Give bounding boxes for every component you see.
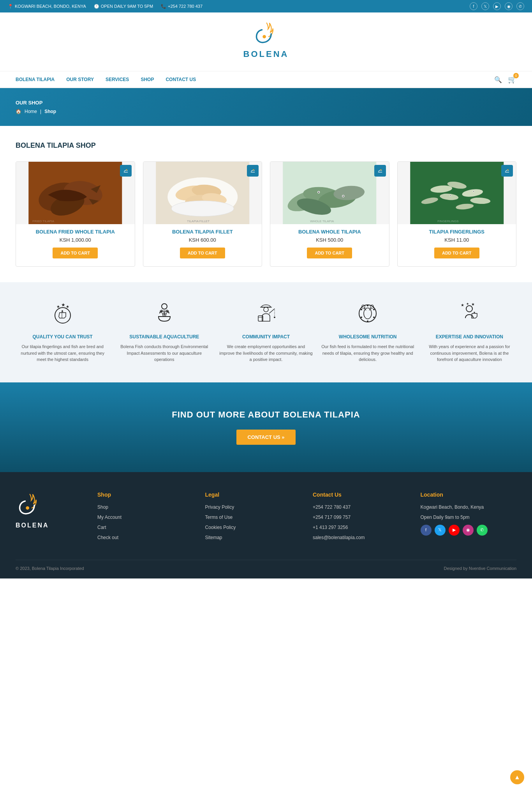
- feature-title-3: COMMUNITY IMPACT: [219, 334, 313, 340]
- footer-facebook-link[interactable]: f: [421, 525, 432, 536]
- product-price-1: KSH 1,000.00: [16, 237, 135, 243]
- nav-links: BOLENA TILAPIA OUR STORY SERVICES SHOP C…: [16, 71, 196, 88]
- product-image-4: FINGERLINGS: [398, 162, 516, 224]
- svg-point-66: [367, 305, 368, 306]
- svg-text:FINGERLINGS: FINGERLINGS: [437, 219, 458, 223]
- svg-point-62: [359, 305, 376, 322]
- svg-point-67: [373, 309, 375, 310]
- feature-title-4: WHOLESOME NUTRITION: [321, 334, 415, 340]
- feature-title-5: EXPERTISE AND INNOVATION: [423, 334, 516, 340]
- svg-point-70: [361, 317, 362, 318]
- svg-point-25: [318, 192, 319, 193]
- phone-info: 📞 +254 722 780 437: [161, 4, 203, 9]
- breadcrumb-home[interactable]: Home: [25, 109, 37, 114]
- svg-text:★: ★: [466, 302, 469, 306]
- cart-icon[interactable]: 🛒 0: [508, 75, 516, 84]
- footer-bottom: © 2023, Bolena Tilapia Incorporated Desi…: [16, 560, 516, 571]
- svg-text:WHOLE TILAPIA: WHOLE TILAPIA: [310, 219, 334, 223]
- cta-section: FIND OUT MORE ABOUT BOLENA TILAPIA CONTA…: [0, 382, 532, 472]
- svg-text:★: ★: [56, 304, 60, 309]
- product-price-3: KSH 500.00: [270, 237, 389, 243]
- copyright: © 2023, Bolena Tilapia Incorporated: [16, 566, 84, 571]
- expertise-icon: ★ ★ ★: [423, 302, 516, 328]
- svg-point-51: [162, 304, 167, 309]
- footer-logo: BOLENA: [16, 492, 86, 544]
- nav-right: 🔍 🛒 0: [494, 75, 516, 84]
- nav-our-story[interactable]: OUR STORY: [66, 71, 94, 88]
- nav-contact-us[interactable]: CONTACT US: [166, 71, 196, 88]
- svg-point-6: [122, 167, 129, 174]
- svg-point-45: [507, 169, 509, 170]
- instagram-link[interactable]: ◉: [505, 2, 513, 10]
- nav-shop[interactable]: SHOP: [141, 71, 154, 88]
- add-to-cart-4[interactable]: ADD TO CART: [434, 248, 479, 258]
- page-header: OUR SHOP 🏠 Home | Shop: [0, 88, 532, 126]
- feature-quality: ★ ★ ★ QUALITY YOU CAN TRUST Our tilapia …: [16, 302, 109, 363]
- svg-point-27: [343, 196, 344, 197]
- product-image-1: FRIED TILAPIA: [16, 162, 135, 224]
- footer-grid: BOLENA Shop Shop My Account Cart Check o…: [16, 492, 516, 544]
- footer-instagram-link[interactable]: ◉: [463, 525, 474, 536]
- svg-point-59: [274, 317, 275, 318]
- footer-social: f 𝕏 ▶ ◉ ✆: [421, 525, 517, 539]
- facebook-link[interactable]: f: [470, 2, 477, 10]
- footer-location-heading: Location: [421, 492, 517, 498]
- footer-logo-text: BOLENA: [16, 522, 86, 529]
- svg-point-54: [163, 312, 166, 315]
- svg-rect-31: [410, 162, 504, 224]
- footer-location-address: Kogwari Beach, Bondo, Kenya: [421, 504, 517, 511]
- footer-link-cart[interactable]: Cart: [97, 524, 194, 531]
- designed-by: Designed by Nventive Communication: [444, 566, 516, 571]
- breadcrumb: 🏠 Home | Shop: [16, 109, 516, 114]
- add-to-cart-2[interactable]: ADD TO CART: [180, 248, 225, 258]
- logo-text: BOLENA: [243, 49, 289, 59]
- features-grid: ★ ★ ★ QUALITY YOU CAN TRUST Our tilapia …: [16, 302, 516, 363]
- product-name-3: BOLENA WHOLE TILAPIA: [270, 224, 389, 237]
- footer-phone-1: +254 722 780 437: [313, 504, 409, 511]
- product-price-2: KSH 600.00: [143, 237, 262, 243]
- footer-link-my-account[interactable]: My Account: [97, 514, 194, 521]
- product-badge-1: [120, 165, 132, 177]
- cta-title: FIND OUT MORE ABOUT BOLENA TILAPIA: [16, 410, 516, 420]
- top-bar-left: 📍 KOGWARI BEACH, BONDO, KENYA 🕐 OPEN DAI…: [8, 4, 203, 9]
- whatsapp-link[interactable]: ✆: [516, 2, 524, 10]
- footer-col-contact: Contact Us +254 722 780 437 +254 717 099…: [313, 492, 409, 544]
- footer-twitter-link[interactable]: 𝕏: [435, 525, 446, 536]
- svg-point-68: [373, 317, 375, 318]
- add-to-cart-3[interactable]: ADD TO CART: [307, 248, 352, 258]
- nav-services[interactable]: SERVICES: [106, 71, 129, 88]
- feature-title-2: SUSTAINABLE AQUACULTURE: [117, 334, 211, 340]
- footer-contact-heading: Contact Us: [313, 492, 409, 498]
- search-icon[interactable]: 🔍: [494, 76, 502, 83]
- feature-desc-5: With years of experience and a passion f…: [423, 343, 516, 363]
- footer-link-terms[interactable]: Terms of Use: [205, 514, 301, 521]
- svg-point-56: [264, 307, 268, 312]
- svg-point-14: [171, 201, 234, 216]
- footer-col-legal: Legal Privacy Policy Terms of Use Cookie…: [205, 492, 301, 544]
- svg-point-63: [364, 308, 372, 319]
- footer-link-cookies[interactable]: Cookies Policy: [205, 524, 301, 531]
- svg-point-30: [380, 169, 381, 170]
- footer-link-checkout[interactable]: Check out: [97, 534, 194, 541]
- footer-link-shop[interactable]: Shop: [97, 504, 194, 511]
- footer-youtube-link[interactable]: ▶: [449, 525, 460, 536]
- svg-point-46: [55, 308, 70, 323]
- footer-link-sitemap[interactable]: Sitemap: [205, 534, 301, 541]
- nutrition-icon: [321, 302, 415, 328]
- svg-point-42: [473, 191, 474, 192]
- cta-contact-button[interactable]: CONTACT US »: [236, 430, 295, 445]
- nav-bolena-tilapia[interactable]: BOLENA TILAPIA: [16, 71, 55, 88]
- footer-link-privacy[interactable]: Privacy Policy: [205, 504, 301, 511]
- svg-point-76: [26, 506, 29, 509]
- svg-point-16: [249, 167, 256, 174]
- footer-whatsapp-link[interactable]: ✆: [477, 525, 488, 536]
- product-image-2: TILAPIA FILLET: [143, 162, 262, 224]
- youtube-link[interactable]: ▶: [493, 2, 501, 10]
- product-card-2: TILAPIA FILLET BOLENA TILAPIA FILLET KSH…: [143, 161, 262, 267]
- twitter-link[interactable]: 𝕏: [481, 2, 489, 10]
- add-to-cart-1[interactable]: ADD TO CART: [53, 248, 98, 258]
- footer-col-location: Location Kogwari Beach, Bondo, Kenya Ope…: [421, 492, 517, 544]
- product-name-4: TILAPIA FINGERLINGS: [398, 224, 516, 237]
- product-card-3: WHOLE TILAPIA BOLENA WHOLE TILAPIA KSH 5…: [270, 161, 389, 267]
- feature-desc-1: Our tilapia fingerlings and fish are bre…: [16, 343, 109, 363]
